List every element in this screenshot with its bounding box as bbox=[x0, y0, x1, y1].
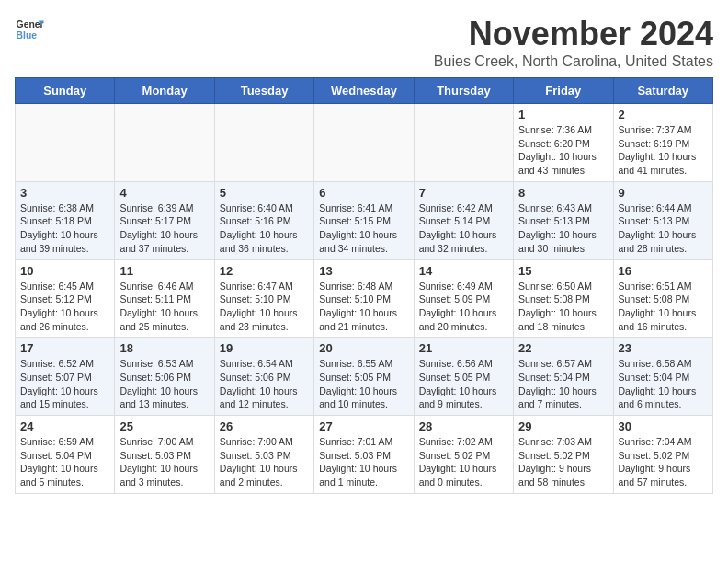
calendar-cell bbox=[214, 104, 313, 182]
day-number: 22 bbox=[518, 341, 608, 355]
day-number: 24 bbox=[20, 419, 109, 433]
day-info: Sunrise: 6:49 AM Sunset: 5:09 PM Dayligh… bbox=[419, 280, 508, 334]
day-number: 2 bbox=[619, 108, 708, 121]
day-info: Sunrise: 6:45 AM Sunset: 5:12 PM Dayligh… bbox=[20, 280, 109, 334]
calendar-cell: 2Sunrise: 7:37 AM Sunset: 6:19 PM Daylig… bbox=[613, 104, 712, 182]
calendar-cell: 3Sunrise: 6:38 AM Sunset: 5:18 PM Daylig… bbox=[16, 181, 115, 259]
page-header: General Blue November 2024 Buies Creek, … bbox=[15, 15, 713, 70]
calendar-cell: 5Sunrise: 6:40 AM Sunset: 5:16 PM Daylig… bbox=[214, 181, 313, 259]
day-info: Sunrise: 6:47 AM Sunset: 5:10 PM Dayligh… bbox=[220, 280, 309, 334]
calendar-cell: 28Sunrise: 7:02 AM Sunset: 5:02 PM Dayli… bbox=[414, 416, 513, 494]
day-number: 7 bbox=[419, 186, 508, 200]
day-info: Sunrise: 7:02 AM Sunset: 5:02 PM Dayligh… bbox=[419, 435, 508, 489]
calendar-cell: 10Sunrise: 6:45 AM Sunset: 5:12 PM Dayli… bbox=[16, 259, 115, 338]
day-number: 21 bbox=[419, 341, 508, 355]
day-number: 9 bbox=[619, 186, 708, 200]
weekday-header-saturday: Saturday bbox=[613, 78, 712, 104]
title-block: November 2024 Buies Creek, North Carolin… bbox=[434, 15, 713, 70]
weekday-header-sunday: Sunday bbox=[16, 78, 115, 104]
day-number: 10 bbox=[20, 264, 109, 278]
day-info: Sunrise: 6:43 AM Sunset: 5:13 PM Dayligh… bbox=[518, 201, 608, 256]
calendar-cell: 21Sunrise: 6:56 AM Sunset: 5:05 PM Dayli… bbox=[414, 338, 513, 416]
day-number: 25 bbox=[119, 419, 209, 433]
calendar-cell: 23Sunrise: 6:58 AM Sunset: 5:04 PM Dayli… bbox=[613, 338, 712, 416]
day-info: Sunrise: 6:42 AM Sunset: 5:14 PM Dayligh… bbox=[419, 201, 508, 256]
day-info: Sunrise: 6:48 AM Sunset: 5:10 PM Dayligh… bbox=[319, 280, 408, 334]
calendar-cell: 4Sunrise: 6:39 AM Sunset: 5:17 PM Daylig… bbox=[115, 181, 214, 259]
calendar-cell: 18Sunrise: 6:53 AM Sunset: 5:06 PM Dayli… bbox=[115, 338, 214, 416]
logo: General Blue bbox=[15, 15, 44, 44]
day-info: Sunrise: 6:55 AM Sunset: 5:05 PM Dayligh… bbox=[319, 357, 408, 411]
day-number: 28 bbox=[419, 419, 508, 433]
calendar-cell: 1Sunrise: 7:36 AM Sunset: 6:20 PM Daylig… bbox=[514, 104, 613, 182]
calendar-week-row: 24Sunrise: 6:59 AM Sunset: 5:04 PM Dayli… bbox=[16, 416, 713, 494]
calendar-cell bbox=[115, 104, 214, 182]
day-info: Sunrise: 7:04 AM Sunset: 5:02 PM Dayligh… bbox=[619, 435, 708, 489]
calendar-cell: 26Sunrise: 7:00 AM Sunset: 5:03 PM Dayli… bbox=[214, 416, 313, 494]
day-info: Sunrise: 7:36 AM Sunset: 6:20 PM Dayligh… bbox=[518, 123, 608, 178]
day-number: 6 bbox=[319, 186, 408, 200]
day-info: Sunrise: 6:57 AM Sunset: 5:04 PM Dayligh… bbox=[518, 357, 608, 411]
day-number: 12 bbox=[220, 264, 309, 278]
weekday-header-row: SundayMondayTuesdayWednesdayThursdayFrid… bbox=[16, 78, 713, 104]
weekday-header-thursday: Thursday bbox=[414, 78, 513, 104]
day-info: Sunrise: 7:37 AM Sunset: 6:19 PM Dayligh… bbox=[619, 123, 708, 178]
calendar-cell: 17Sunrise: 6:52 AM Sunset: 5:07 PM Dayli… bbox=[16, 338, 115, 416]
day-info: Sunrise: 7:00 AM Sunset: 5:03 PM Dayligh… bbox=[119, 435, 209, 489]
day-info: Sunrise: 7:00 AM Sunset: 5:03 PM Dayligh… bbox=[220, 435, 309, 489]
calendar-cell: 16Sunrise: 6:51 AM Sunset: 5:08 PM Dayli… bbox=[613, 259, 712, 338]
day-number: 14 bbox=[419, 264, 508, 278]
calendar-week-row: 3Sunrise: 6:38 AM Sunset: 5:18 PM Daylig… bbox=[16, 181, 713, 259]
calendar-cell: 7Sunrise: 6:42 AM Sunset: 5:14 PM Daylig… bbox=[414, 181, 513, 259]
calendar-cell: 13Sunrise: 6:48 AM Sunset: 5:10 PM Dayli… bbox=[314, 259, 414, 338]
day-info: Sunrise: 6:38 AM Sunset: 5:18 PM Dayligh… bbox=[20, 201, 109, 256]
day-info: Sunrise: 6:44 AM Sunset: 5:13 PM Dayligh… bbox=[619, 201, 708, 256]
day-info: Sunrise: 6:58 AM Sunset: 5:04 PM Dayligh… bbox=[619, 357, 708, 411]
day-info: Sunrise: 6:52 AM Sunset: 5:07 PM Dayligh… bbox=[20, 357, 109, 411]
day-number: 30 bbox=[619, 419, 708, 433]
day-info: Sunrise: 6:51 AM Sunset: 5:08 PM Dayligh… bbox=[619, 280, 708, 334]
calendar-table: SundayMondayTuesdayWednesdayThursdayFrid… bbox=[15, 77, 713, 494]
calendar-cell: 20Sunrise: 6:55 AM Sunset: 5:05 PM Dayli… bbox=[314, 338, 414, 416]
day-info: Sunrise: 6:53 AM Sunset: 5:06 PM Dayligh… bbox=[119, 357, 209, 411]
calendar-cell bbox=[414, 104, 513, 182]
month-title: November 2024 bbox=[434, 15, 713, 53]
calendar-cell: 30Sunrise: 7:04 AM Sunset: 5:02 PM Dayli… bbox=[613, 416, 712, 494]
day-info: Sunrise: 6:41 AM Sunset: 5:15 PM Dayligh… bbox=[319, 201, 408, 256]
calendar-cell: 11Sunrise: 6:46 AM Sunset: 5:11 PM Dayli… bbox=[115, 259, 214, 338]
location-subtitle: Buies Creek, North Carolina, United Stat… bbox=[434, 53, 713, 70]
calendar-week-row: 10Sunrise: 6:45 AM Sunset: 5:12 PM Dayli… bbox=[16, 259, 713, 338]
day-info: Sunrise: 6:46 AM Sunset: 5:11 PM Dayligh… bbox=[119, 280, 209, 334]
calendar-cell: 29Sunrise: 7:03 AM Sunset: 5:02 PM Dayli… bbox=[514, 416, 613, 494]
day-number: 29 bbox=[518, 419, 608, 433]
day-number: 5 bbox=[220, 186, 309, 200]
calendar-week-row: 17Sunrise: 6:52 AM Sunset: 5:07 PM Dayli… bbox=[16, 338, 713, 416]
calendar-cell: 15Sunrise: 6:50 AM Sunset: 5:08 PM Dayli… bbox=[514, 259, 613, 338]
calendar-cell bbox=[16, 104, 115, 182]
day-number: 11 bbox=[119, 264, 209, 278]
day-info: Sunrise: 6:39 AM Sunset: 5:17 PM Dayligh… bbox=[119, 201, 209, 256]
day-number: 15 bbox=[518, 264, 608, 278]
day-number: 17 bbox=[20, 341, 109, 355]
day-number: 20 bbox=[319, 341, 408, 355]
calendar-cell: 12Sunrise: 6:47 AM Sunset: 5:10 PM Dayli… bbox=[214, 259, 313, 338]
calendar-cell: 27Sunrise: 7:01 AM Sunset: 5:03 PM Dayli… bbox=[314, 416, 414, 494]
day-number: 8 bbox=[518, 186, 608, 200]
day-number: 3 bbox=[20, 186, 109, 200]
calendar-cell: 14Sunrise: 6:49 AM Sunset: 5:09 PM Dayli… bbox=[414, 259, 513, 338]
day-info: Sunrise: 6:59 AM Sunset: 5:04 PM Dayligh… bbox=[20, 435, 109, 489]
day-number: 16 bbox=[619, 264, 708, 278]
weekday-header-monday: Monday bbox=[115, 78, 214, 104]
day-number: 23 bbox=[619, 341, 708, 355]
day-info: Sunrise: 6:40 AM Sunset: 5:16 PM Dayligh… bbox=[220, 201, 309, 256]
day-info: Sunrise: 6:56 AM Sunset: 5:05 PM Dayligh… bbox=[419, 357, 508, 411]
calendar-cell: 25Sunrise: 7:00 AM Sunset: 5:03 PM Dayli… bbox=[115, 416, 214, 494]
day-number: 27 bbox=[319, 419, 408, 433]
calendar-week-row: 1Sunrise: 7:36 AM Sunset: 6:20 PM Daylig… bbox=[16, 104, 713, 182]
logo-icon: General Blue bbox=[15, 15, 44, 44]
calendar-cell: 19Sunrise: 6:54 AM Sunset: 5:06 PM Dayli… bbox=[214, 338, 313, 416]
calendar-cell: 6Sunrise: 6:41 AM Sunset: 5:15 PM Daylig… bbox=[314, 181, 414, 259]
weekday-header-friday: Friday bbox=[514, 78, 613, 104]
calendar-cell: 22Sunrise: 6:57 AM Sunset: 5:04 PM Dayli… bbox=[514, 338, 613, 416]
day-number: 4 bbox=[119, 186, 209, 200]
